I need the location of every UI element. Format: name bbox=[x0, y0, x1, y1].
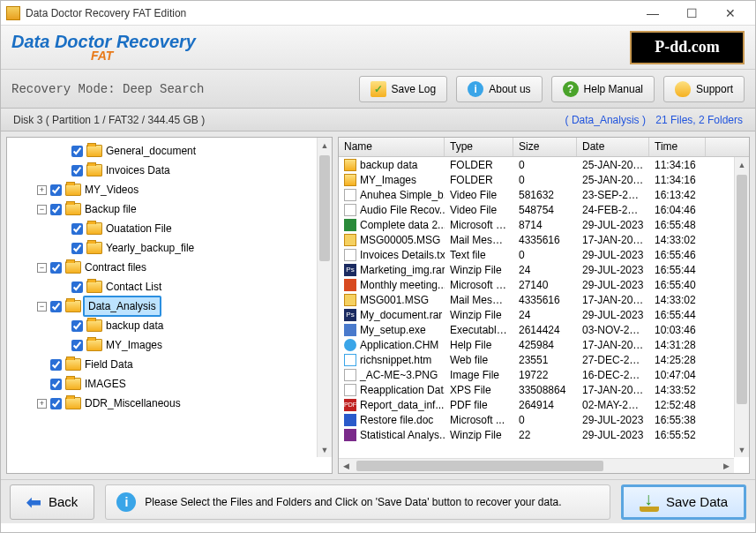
help-button[interactable]: ?Help Manual bbox=[551, 76, 655, 102]
table-row[interactable]: Complete data 2...Microsoft E...871429-J… bbox=[339, 217, 749, 232]
minimize-button[interactable]: — bbox=[633, 3, 672, 24]
table-row[interactable]: Application.CHMHelp File42598417-JAN-202… bbox=[339, 337, 749, 352]
tree-node[interactable]: +MY_Videos bbox=[23, 180, 326, 199]
tree-label: Field Data bbox=[85, 356, 133, 373]
tree-checkbox[interactable] bbox=[50, 262, 62, 274]
folder-icon bbox=[86, 242, 102, 254]
file-name: My_setup.exe bbox=[360, 324, 426, 336]
tree-checkbox[interactable] bbox=[50, 359, 62, 371]
tree-node[interactable]: −Data_Analysis bbox=[23, 297, 326, 316]
tree-vertical-scrollbar[interactable]: ▲ ▼ bbox=[317, 138, 332, 457]
folder-tree[interactable]: General_documentInvoices Data+MY_Videos−… bbox=[7, 138, 332, 473]
list-pane: Name Type Size Date Time backup dataFOLD… bbox=[338, 137, 750, 474]
cell-date: 29-JUL-2023 bbox=[577, 429, 649, 441]
col-header-size[interactable]: Size bbox=[513, 138, 577, 156]
tree-node[interactable]: Yearly_backup_file bbox=[23, 238, 326, 258]
list-horizontal-scrollbar[interactable]: ◀ ▶ bbox=[339, 458, 734, 473]
scroll-down-icon[interactable]: ▼ bbox=[735, 442, 749, 457]
cell-size: 19722 bbox=[513, 369, 577, 381]
close-button[interactable]: ✕ bbox=[711, 3, 750, 24]
tree-checkbox[interactable] bbox=[50, 379, 62, 390]
scroll-thumb[interactable] bbox=[356, 461, 603, 471]
tree-checkbox[interactable] bbox=[50, 301, 62, 312]
support-button[interactable]: Support bbox=[663, 76, 745, 102]
tree-node[interactable]: Ouatation File bbox=[23, 219, 326, 238]
about-button[interactable]: iAbout us bbox=[456, 76, 542, 102]
folder-icon bbox=[65, 358, 81, 371]
cell-time: 16:13:42 bbox=[649, 189, 706, 201]
table-row[interactable]: backup dataFOLDER025-JAN-202511:34:16 bbox=[339, 157, 749, 172]
tree-checkbox[interactable] bbox=[71, 146, 83, 157]
table-row[interactable]: PDFReport_data_inf...PDF file26491402-MA… bbox=[339, 397, 749, 412]
tree-checkbox[interactable] bbox=[71, 165, 83, 176]
scroll-thumb[interactable] bbox=[319, 155, 330, 261]
scroll-left-icon[interactable]: ◀ bbox=[339, 459, 354, 473]
cell-type: Image File bbox=[445, 369, 513, 381]
expand-icon[interactable]: + bbox=[37, 399, 47, 409]
cell-size: 0 bbox=[513, 249, 577, 261]
tree-checkbox[interactable] bbox=[50, 204, 62, 215]
table-row[interactable]: MSG001.MSGMail Messa...433561617-JAN-202… bbox=[339, 292, 749, 307]
table-row[interactable]: Restore file.docMicrosoft ...029-JUL-202… bbox=[339, 412, 749, 427]
tree-node[interactable]: Field Data bbox=[23, 355, 326, 374]
table-row[interactable]: _AC-ME~3.PNGImage File1972216-DEC-202410… bbox=[339, 367, 749, 382]
tree-checkbox[interactable] bbox=[71, 223, 83, 235]
table-row[interactable]: Statistical Analys...Winzip File2229-JUL… bbox=[339, 427, 749, 442]
disk-info-label: Disk 3 ( Partition 1 / FAT32 / 344.45 GB… bbox=[13, 114, 565, 126]
table-row[interactable]: Anuhea Simple_b...Video File58163223-SEP… bbox=[339, 187, 749, 202]
tree-node[interactable]: General_document bbox=[23, 141, 326, 161]
tree-node[interactable]: −Contract files bbox=[23, 258, 326, 277]
collapse-icon[interactable]: − bbox=[37, 263, 47, 273]
cell-size: 0 bbox=[513, 414, 577, 426]
save-log-button[interactable]: ✓Save Log bbox=[359, 76, 448, 102]
tree-node[interactable]: +DDR_Miscellaneous bbox=[23, 394, 326, 413]
table-row[interactable]: MSG00005.MSGMail Messa...433561617-JAN-2… bbox=[339, 232, 749, 247]
collapse-icon[interactable]: − bbox=[37, 302, 47, 312]
tree-node[interactable]: Invoices Data bbox=[23, 161, 326, 180]
scroll-down-icon[interactable]: ▼ bbox=[318, 442, 332, 457]
tree-node[interactable]: Contact List bbox=[23, 277, 326, 297]
tree-checkbox[interactable] bbox=[71, 282, 83, 293]
tree-checkbox[interactable] bbox=[71, 340, 83, 351]
scroll-thumb[interactable] bbox=[737, 175, 747, 404]
tree-label: MY_Videos bbox=[85, 181, 138, 199]
expand-icon[interactable]: + bbox=[37, 185, 47, 195]
save-data-button[interactable]: Save Data bbox=[621, 484, 746, 520]
fold-icon bbox=[344, 159, 356, 171]
tree-checkbox[interactable] bbox=[50, 398, 62, 409]
scroll-up-icon[interactable]: ▲ bbox=[735, 157, 749, 172]
cell-type: Help File bbox=[445, 339, 513, 351]
table-row[interactable]: PsMarketing_img.rarWinzip File2429-JUL-2… bbox=[339, 262, 749, 277]
tree-node[interactable]: MY_Images bbox=[23, 335, 326, 355]
cell-date: 29-JUL-2023 bbox=[577, 279, 649, 291]
col-header-date[interactable]: Date bbox=[577, 138, 649, 156]
maximize-button[interactable]: ☐ bbox=[672, 3, 711, 24]
table-row[interactable]: Reapplication Dat...XPS File3350886417-J… bbox=[339, 382, 749, 397]
tree-node[interactable]: backup data bbox=[23, 316, 326, 335]
file-name: Audio File Recov... bbox=[360, 204, 445, 216]
table-row[interactable]: Audio File Recov...Video File54875424-FE… bbox=[339, 202, 749, 217]
table-row[interactable]: Monthly meeting...Microsoft P...2714029-… bbox=[339, 277, 749, 292]
tree-node[interactable]: IMAGES bbox=[23, 374, 326, 394]
scroll-up-icon[interactable]: ▲ bbox=[318, 138, 332, 153]
folder-icon bbox=[65, 378, 81, 390]
tree-node[interactable]: −Backup file bbox=[23, 199, 326, 219]
list-vertical-scrollbar[interactable]: ▲ ▼ bbox=[734, 157, 749, 457]
col-header-name[interactable]: Name bbox=[339, 138, 445, 156]
col-header-time[interactable]: Time bbox=[649, 138, 706, 156]
table-row[interactable]: MY_ImagesFOLDER025-JAN-202511:34:16 bbox=[339, 172, 749, 187]
tree-checkbox[interactable] bbox=[71, 243, 83, 254]
tree-checkbox[interactable] bbox=[71, 320, 83, 332]
file-list[interactable]: backup dataFOLDER025-JAN-202511:34:16MY_… bbox=[339, 157, 749, 468]
scroll-right-icon[interactable]: ▶ bbox=[719, 459, 734, 473]
table-row[interactable]: PsMy_document.rarWinzip File2429-JUL-202… bbox=[339, 307, 749, 322]
tree-checkbox[interactable] bbox=[50, 184, 62, 196]
toolbar: Recovery Mode: Deep Search ✓Save Log iAb… bbox=[1, 70, 755, 109]
back-button[interactable]: ⬅ Back bbox=[10, 484, 94, 520]
table-row[interactable]: richsnippet.htmWeb file2355127-DEC-20241… bbox=[339, 352, 749, 367]
collapse-icon[interactable]: − bbox=[37, 205, 47, 214]
col-header-type[interactable]: Type bbox=[445, 138, 513, 156]
table-row[interactable]: Invoices Details.txtText file029-JUL-202… bbox=[339, 247, 749, 262]
table-row[interactable]: My_setup.exeExecutable ...261442403-NOV-… bbox=[339, 322, 749, 337]
cell-date: 29-JUL-2023 bbox=[577, 219, 649, 231]
